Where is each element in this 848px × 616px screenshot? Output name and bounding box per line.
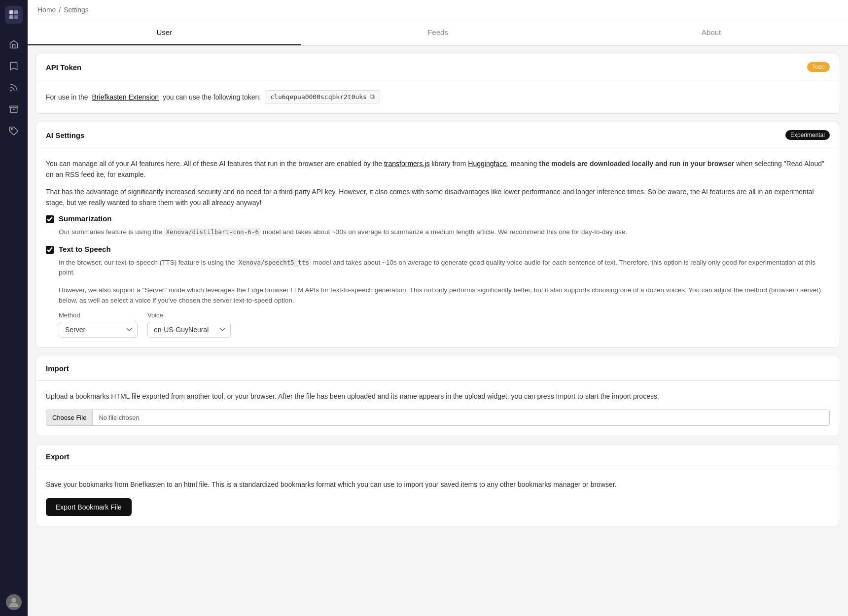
settings-content: User Feeds About API Token Todo For use … [28,20,848,616]
export-section: Export Save your bookmarks from Briefkas… [35,444,840,526]
export-title: Export [46,452,70,461]
sidebar [0,0,28,616]
api-token-section: API Token Todo For use in the Briefkaste… [35,54,840,114]
choose-file-button[interactable]: Choose File [46,410,93,425]
token-line: For use in the Briefkasten Extension you… [46,90,830,103]
import-desc: Upload a bookmarks HTML file exported fr… [46,391,830,402]
main-content: Home / Settings User Feeds About API Tok… [28,0,848,616]
export-header: Export [36,445,840,469]
tts-dropdowns: Method Browser Server Voice en-US-GuyNeu… [59,311,830,338]
api-token-badge: Todo [807,62,830,72]
breadcrumb-home[interactable]: Home [37,6,56,14]
briefkasten-extension-link[interactable]: Briefkasten Extension [92,93,159,101]
export-body: Save your bookmarks from Briefkasten to … [36,469,840,525]
rss-nav-icon[interactable] [5,79,23,97]
tts-desc-1: In the browser, our text-to-speech (TTS)… [59,258,830,278]
svg-rect-2 [9,15,13,19]
ai-settings-section: AI Settings Experimental You can manage … [35,122,840,348]
export-desc: Save your bookmarks from Briefkasten to … [46,479,830,490]
svg-rect-3 [14,15,18,19]
svg-rect-0 [9,10,13,14]
import-section: Import Upload a bookmarks HTML file expo… [35,356,840,436]
ai-experimental-badge: Experimental [785,130,830,140]
token-desc-suffix: you can use the following token: [163,93,261,101]
voice-label: Voice [147,311,231,319]
import-header: Import [36,356,840,381]
api-token-title: API Token [46,63,81,71]
method-group: Method Browser Server [59,311,138,338]
breadcrumb-sep: / [59,6,61,14]
breadcrumb-current: Settings [64,6,89,14]
app-logo[interactable] [5,6,23,24]
ai-settings-header: AI Settings Experimental [36,122,840,148]
svg-point-4 [10,90,11,91]
tab-user[interactable]: User [28,20,301,45]
tab-about[interactable]: About [574,20,848,45]
svg-rect-5 [10,106,18,107]
user-avatar[interactable] [6,594,22,610]
voice-group: Voice en-US-GuyNeural en-US-JennyNeural … [147,311,231,338]
token-text: clu6qepua0000scqbkr2t0uks [270,93,367,101]
import-body: Upload a bookmarks HTML file exported fr… [36,381,840,436]
tts-desc-2: However, we also support a "Server" mode… [59,285,830,306]
svg-point-6 [11,129,13,130]
summarization-label[interactable]: Summarization [59,214,112,223]
api-token-body: For use in the Briefkasten Extension you… [36,80,840,113]
tag-nav-icon[interactable] [5,122,23,140]
import-title: Import [46,364,69,373]
archive-nav-icon[interactable] [5,101,23,118]
api-token-header: API Token Todo [36,54,840,80]
tts-checkbox[interactable] [46,246,54,254]
ai-settings-body: You can manage all of your AI features h… [36,148,840,347]
export-bookmark-button[interactable]: Export Bookmark File [46,498,132,516]
home-nav-icon[interactable] [5,35,23,53]
method-select[interactable]: Browser Server [59,322,138,338]
tts-label[interactable]: Text to Speech [59,245,111,253]
bookmark-nav-icon[interactable] [5,57,23,75]
file-input-display: Choose File No file chosen [46,410,830,426]
ai-settings-title: AI Settings [46,131,84,139]
svg-rect-1 [14,10,18,14]
huggingface-link[interactable]: Huggingface [468,160,507,168]
file-no-chosen-text: No file chosen [93,410,145,425]
breadcrumb: Home / Settings [28,0,848,20]
copy-token-icon[interactable]: ⧉ [370,93,375,101]
svg-point-8 [11,598,16,603]
ai-bold-text: the models are downloaded locally and ru… [539,160,734,168]
voice-select[interactable]: en-US-GuyNeural en-US-JennyNeural en-GB-… [147,322,231,338]
summarization-desc: Our summaries feature is using the Xenov… [59,227,830,237]
method-label: Method [59,311,138,319]
tab-feeds[interactable]: Feeds [301,20,575,45]
summarization-row: Summarization [46,214,830,223]
token-value-display: clu6qepua0000scqbkr2t0uks ⧉ [265,90,380,103]
tts-row: Text to Speech [46,245,830,254]
ai-desc-1: You can manage all of your AI features h… [46,158,830,180]
token-desc-prefix: For use in the [46,93,88,101]
summarization-checkbox[interactable] [46,215,54,223]
ai-desc-2: That has the advantage of significantly … [46,186,830,208]
transformers-link[interactable]: transformers.js [384,160,430,168]
settings-tabs: User Feeds About [28,20,848,46]
